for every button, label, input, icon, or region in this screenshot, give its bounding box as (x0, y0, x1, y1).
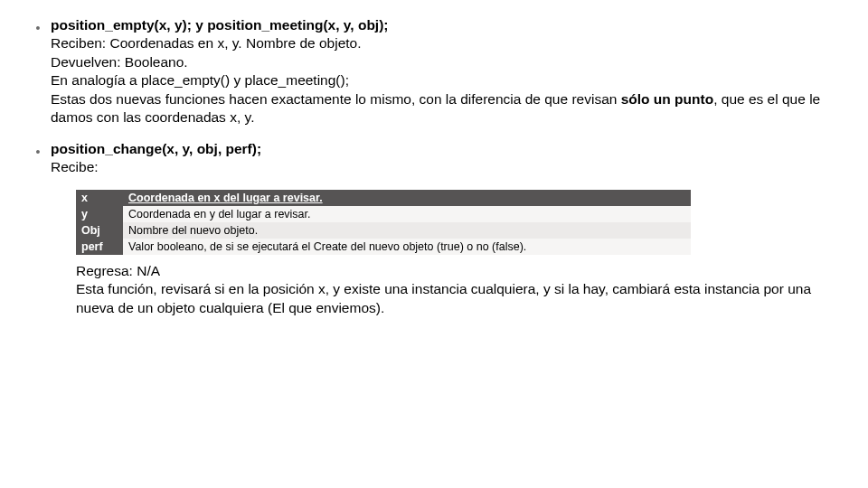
after-table-text: Regresa: N/A Esta función, revisará si e… (76, 262, 844, 317)
param-desc: Coordenada en x del lugar a revisar. (123, 190, 691, 206)
param-name: Obj (76, 222, 123, 239)
bullet-dot-icon: • (36, 22, 41, 34)
function-signature-line: position_change(x, y, obj, perf); (51, 141, 261, 156)
table-row: y Coordenada en y del lugar a revisar. (76, 206, 691, 222)
table-row: perf Valor booleano, de si se ejecutará … (76, 239, 691, 255)
bullet-dot-icon: • (36, 145, 41, 158)
bullet-marker: • (25, 16, 51, 34)
desc-part-a: Estas dos nuevas funciones hacen exactam… (51, 91, 621, 107)
fn-position-change-name: position_change (51, 141, 162, 156)
table-row: Obj Nombre del nuevo objeto. (76, 222, 691, 239)
conjunction: y (192, 17, 207, 33)
table-row: x Coordenada en x del lugar a revisar. (76, 190, 691, 206)
param-name: x (76, 190, 123, 206)
fn-position-meeting-name: position_meeting (207, 17, 323, 33)
param-desc: Valor booleano, de si se ejecutará el Cr… (123, 239, 691, 255)
line-descripcion: Estas dos nuevas funciones hacen exactam… (51, 90, 843, 127)
fn-position-change-args: (x, y, obj, perf); (162, 141, 261, 156)
line-recibe: Recibe: (51, 158, 843, 176)
bullet-body: position_change(x, y, obj, perf); Recibe… (51, 140, 843, 177)
line-reciben: Reciben: Coordenadas en x, y. Nombre de … (51, 34, 843, 52)
line-analogia: En analogía a place_empty() y place_meet… (51, 71, 843, 89)
document-page: • position_empty(x, y); y position_meeti… (0, 0, 868, 317)
desc-part-bold: sólo un punto (621, 91, 713, 107)
bullet-marker: • (25, 140, 51, 158)
param-name: y (76, 206, 123, 222)
param-name: perf (76, 239, 123, 255)
fn-position-meeting-args: (x, y, obj); (323, 17, 388, 33)
parameters-table: x Coordenada en x del lugar a revisar. y… (76, 190, 691, 255)
fn-position-empty-name: position_empty (51, 17, 155, 33)
line-func-desc: Esta función, revisará si en la posición… (76, 280, 844, 317)
fn-position-empty-args: (x, y); (155, 17, 192, 33)
function-signature-line: position_empty(x, y); y position_meeting… (51, 17, 389, 33)
line-regresa: Regresa: N/A (76, 262, 844, 280)
bullet-item-position-change: • position_change(x, y, obj, perf); Reci… (25, 140, 843, 177)
bullet-body: position_empty(x, y); y position_meeting… (51, 16, 843, 127)
param-desc: Coordenada en y del lugar a revisar. (123, 206, 691, 222)
line-devuelven: Devuelven: Booleano. (51, 53, 843, 71)
bullet-item-position-empty-meeting: • position_empty(x, y); y position_meeti… (25, 16, 843, 127)
param-desc: Nombre del nuevo objeto. (123, 222, 691, 239)
